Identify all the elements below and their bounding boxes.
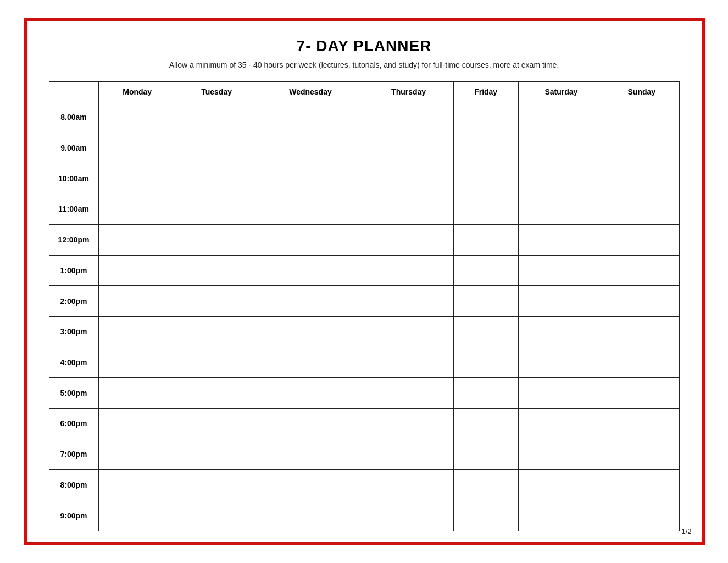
day-cell[interactable] bbox=[604, 347, 679, 378]
day-cell[interactable] bbox=[98, 439, 176, 470]
day-cell[interactable] bbox=[176, 255, 257, 286]
day-cell[interactable] bbox=[257, 316, 364, 347]
day-cell[interactable] bbox=[257, 286, 364, 317]
day-cell[interactable] bbox=[518, 439, 604, 470]
day-cell[interactable] bbox=[98, 255, 176, 286]
day-cell[interactable] bbox=[176, 470, 257, 500]
day-cell[interactable] bbox=[98, 409, 176, 439]
day-cell[interactable] bbox=[518, 316, 604, 347]
day-cell[interactable] bbox=[453, 194, 518, 225]
day-cell[interactable] bbox=[176, 163, 257, 194]
day-cell[interactable] bbox=[364, 133, 453, 163]
day-cell[interactable] bbox=[518, 163, 604, 194]
day-cell[interactable] bbox=[453, 347, 518, 378]
day-cell[interactable] bbox=[453, 163, 518, 194]
day-cell[interactable] bbox=[604, 500, 679, 531]
day-cell[interactable] bbox=[176, 409, 257, 439]
day-cell[interactable] bbox=[604, 255, 679, 286]
day-cell[interactable] bbox=[257, 102, 364, 133]
day-cell[interactable] bbox=[518, 133, 604, 163]
day-cell[interactable] bbox=[257, 255, 364, 286]
day-cell[interactable] bbox=[604, 470, 679, 500]
day-cell[interactable] bbox=[98, 470, 176, 500]
day-cell[interactable] bbox=[257, 470, 364, 500]
day-cell[interactable] bbox=[257, 500, 364, 531]
day-cell[interactable] bbox=[604, 316, 679, 347]
day-cell[interactable] bbox=[453, 500, 518, 531]
day-cell[interactable] bbox=[98, 102, 176, 133]
day-cell[interactable] bbox=[364, 439, 453, 470]
day-cell[interactable] bbox=[98, 378, 176, 409]
day-cell[interactable] bbox=[176, 286, 257, 317]
day-cell[interactable] bbox=[518, 255, 604, 286]
day-cell[interactable] bbox=[453, 378, 518, 409]
day-cell[interactable] bbox=[176, 500, 257, 531]
day-cell[interactable] bbox=[453, 439, 518, 470]
day-cell[interactable] bbox=[98, 224, 176, 255]
day-cell[interactable] bbox=[518, 102, 604, 133]
day-cell[interactable] bbox=[604, 439, 679, 470]
day-cell[interactable] bbox=[604, 163, 679, 194]
day-cell[interactable] bbox=[364, 255, 453, 286]
day-cell[interactable] bbox=[364, 194, 453, 225]
day-cell[interactable] bbox=[176, 102, 257, 133]
day-cell[interactable] bbox=[257, 163, 364, 194]
day-cell[interactable] bbox=[98, 286, 176, 317]
day-cell[interactable] bbox=[453, 316, 518, 347]
day-cell[interactable] bbox=[518, 378, 604, 409]
day-cell[interactable] bbox=[364, 409, 453, 439]
day-cell[interactable] bbox=[257, 133, 364, 163]
day-cell[interactable] bbox=[453, 470, 518, 500]
day-cell[interactable] bbox=[364, 500, 453, 531]
day-cell[interactable] bbox=[364, 470, 453, 500]
day-cell[interactable] bbox=[364, 286, 453, 317]
day-cell[interactable] bbox=[176, 439, 257, 470]
day-cell[interactable] bbox=[518, 194, 604, 225]
day-cell[interactable] bbox=[176, 194, 257, 225]
day-cell[interactable] bbox=[453, 409, 518, 439]
day-cell[interactable] bbox=[98, 347, 176, 378]
day-cell[interactable] bbox=[257, 194, 364, 225]
day-cell[interactable] bbox=[257, 409, 364, 439]
day-cell[interactable] bbox=[257, 224, 364, 255]
day-cell[interactable] bbox=[98, 133, 176, 163]
day-cell[interactable] bbox=[604, 224, 679, 255]
day-cell[interactable] bbox=[257, 439, 364, 470]
day-cell[interactable] bbox=[364, 316, 453, 347]
day-cell[interactable] bbox=[98, 500, 176, 531]
day-cell[interactable] bbox=[176, 316, 257, 347]
day-cell[interactable] bbox=[98, 316, 176, 347]
day-cell[interactable] bbox=[604, 102, 679, 133]
day-cell[interactable] bbox=[518, 286, 604, 317]
time-cell: 9.00am bbox=[49, 133, 98, 163]
day-cell[interactable] bbox=[453, 286, 518, 317]
day-cell[interactable] bbox=[453, 255, 518, 286]
day-cell[interactable] bbox=[364, 224, 453, 255]
day-cell[interactable] bbox=[518, 470, 604, 500]
day-cell[interactable] bbox=[364, 163, 453, 194]
day-cell[interactable] bbox=[176, 347, 257, 378]
day-cell[interactable] bbox=[604, 378, 679, 409]
day-cell[interactable] bbox=[453, 224, 518, 255]
day-cell[interactable] bbox=[257, 347, 364, 378]
day-cell[interactable] bbox=[257, 378, 364, 409]
day-cell[interactable] bbox=[604, 194, 679, 225]
day-cell[interactable] bbox=[453, 102, 518, 133]
table-row: 11:00am bbox=[49, 194, 679, 225]
day-cell[interactable] bbox=[364, 378, 453, 409]
day-cell[interactable] bbox=[98, 163, 176, 194]
day-cell[interactable] bbox=[518, 347, 604, 378]
day-cell[interactable] bbox=[176, 133, 257, 163]
day-cell[interactable] bbox=[604, 133, 679, 163]
day-cell[interactable] bbox=[176, 224, 257, 255]
day-cell[interactable] bbox=[364, 347, 453, 378]
day-cell[interactable] bbox=[176, 378, 257, 409]
day-cell[interactable] bbox=[98, 194, 176, 225]
day-cell[interactable] bbox=[518, 409, 604, 439]
day-cell[interactable] bbox=[604, 286, 679, 317]
day-cell[interactable] bbox=[518, 500, 604, 531]
day-cell[interactable] bbox=[364, 102, 453, 133]
day-cell[interactable] bbox=[453, 133, 518, 163]
day-cell[interactable] bbox=[604, 409, 679, 439]
day-cell[interactable] bbox=[518, 224, 604, 255]
